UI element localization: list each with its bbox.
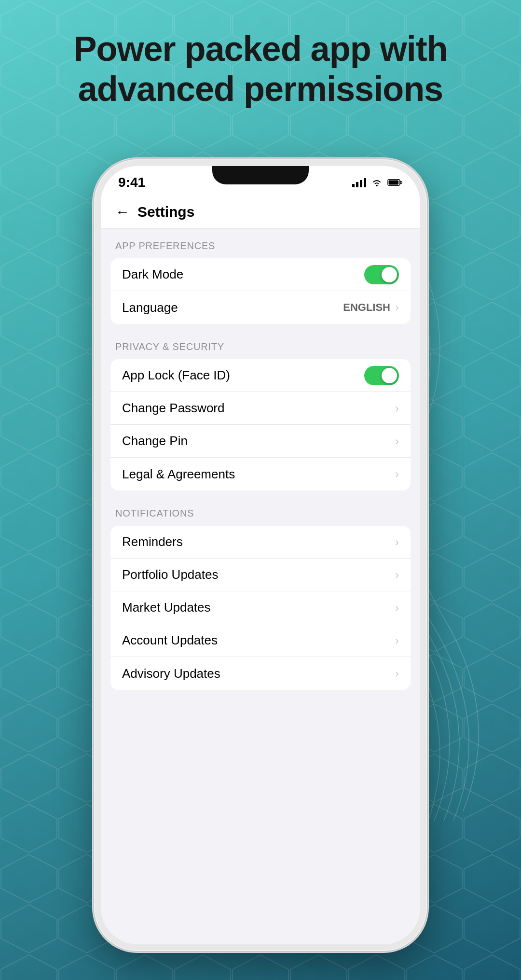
section-header-notifications: NOTIFICATIONS: [101, 508, 420, 519]
row-dark-mode[interactable]: Dark Mode: [110, 258, 411, 291]
row-right-dark-mode: [364, 265, 399, 284]
chevron-icon-portfolio-updates: ›: [395, 568, 399, 582]
row-right-app-lock: [364, 366, 399, 385]
phone-mockup: 9:41: [94, 159, 427, 951]
row-right-legal-agreements: ›: [395, 467, 399, 481]
toggle-dark-mode[interactable]: [364, 265, 399, 284]
row-label-market-updates: Market Updates: [122, 600, 211, 615]
settings-group-app-preferences: Dark Mode Language ENGLISH: [110, 258, 411, 324]
toggle-app-lock[interactable]: [364, 366, 399, 385]
battery-icon: [387, 178, 403, 187]
row-label-portfolio-updates: Portfolio Updates: [122, 567, 218, 582]
toggle-thumb-app-lock: [382, 368, 397, 383]
row-advisory-updates[interactable]: Advisory Updates ›: [110, 657, 411, 690]
nav-bar: ← Settings: [101, 195, 420, 229]
hero-title: Power packed app with advanced permissio…: [39, 29, 482, 109]
row-portfolio-updates[interactable]: Portfolio Updates ›: [110, 559, 411, 591]
row-label-reminders: Reminders: [122, 534, 183, 549]
status-time: 9:41: [118, 175, 145, 190]
row-label-legal-agreements: Legal & Agreements: [122, 467, 235, 482]
section-privacy-security: PRIVACY & SECURITY App Lock (Face ID): [101, 341, 420, 490]
notch: [212, 166, 309, 184]
wifi-icon: [371, 178, 383, 187]
row-app-lock[interactable]: App Lock (Face ID): [110, 359, 411, 392]
svg-rect-4: [389, 181, 398, 185]
signal-icon: [352, 178, 366, 187]
chevron-icon-account-updates: ›: [395, 634, 399, 647]
section-notifications: NOTIFICATIONS Reminders › Portfolio Upda…: [101, 508, 420, 690]
screen-content: APP PREFERENCES Dark Mode: [101, 229, 420, 944]
section-header-privacy-security: PRIVACY & SECURITY: [101, 341, 420, 352]
settings-group-notifications: Reminders › Portfolio Updates ›: [110, 526, 411, 690]
row-right-portfolio-updates: ›: [395, 568, 399, 582]
row-right-market-updates: ›: [395, 601, 399, 615]
phone-screen: 9:41: [101, 166, 420, 944]
row-right-change-password: ›: [395, 402, 399, 415]
row-legal-agreements[interactable]: Legal & Agreements ›: [110, 458, 411, 490]
row-label-language: Language: [122, 300, 178, 315]
toggle-thumb-dark-mode: [382, 267, 397, 282]
chevron-icon-legal-agreements: ›: [395, 467, 399, 481]
row-right-change-pin: ›: [395, 434, 399, 448]
phone-frame: 9:41: [94, 159, 427, 951]
row-change-password[interactable]: Change Password ›: [110, 392, 411, 425]
hero-section: Power packed app with advanced permissio…: [0, 29, 521, 109]
row-label-app-lock: App Lock (Face ID): [122, 368, 230, 383]
status-icons: [352, 178, 403, 187]
settings-group-privacy-security: App Lock (Face ID) Change Password: [110, 359, 411, 490]
row-reminders[interactable]: Reminders ›: [110, 526, 411, 559]
chevron-icon-market-updates: ›: [395, 601, 399, 615]
language-value: ENGLISH: [343, 301, 390, 314]
row-right-language: ENGLISH ›: [343, 301, 399, 314]
row-right-advisory-updates: ›: [395, 667, 399, 680]
row-right-account-updates: ›: [395, 634, 399, 647]
row-right-reminders: ›: [395, 535, 399, 549]
page-title: Settings: [137, 204, 194, 220]
chevron-icon-change-pin: ›: [395, 434, 399, 448]
section-app-preferences: APP PREFERENCES Dark Mode: [101, 240, 420, 324]
row-market-updates[interactable]: Market Updates ›: [110, 591, 411, 624]
row-label-change-password: Change Password: [122, 401, 224, 416]
chevron-icon-reminders: ›: [395, 535, 399, 549]
row-label-account-updates: Account Updates: [122, 633, 218, 648]
row-change-pin[interactable]: Change Pin ›: [110, 425, 411, 458]
row-language[interactable]: Language ENGLISH ›: [110, 291, 411, 324]
back-button[interactable]: ←: [115, 204, 130, 220]
row-label-advisory-updates: Advisory Updates: [122, 666, 220, 681]
chevron-icon-advisory-updates: ›: [395, 667, 399, 680]
row-label-change-pin: Change Pin: [122, 434, 188, 448]
chevron-icon-change-password: ›: [395, 402, 399, 415]
section-header-app-preferences: APP PREFERENCES: [101, 240, 420, 252]
svg-point-2: [376, 185, 378, 187]
row-label-dark-mode: Dark Mode: [122, 267, 183, 282]
row-account-updates[interactable]: Account Updates ›: [110, 624, 411, 657]
chevron-icon-language: ›: [395, 301, 399, 314]
